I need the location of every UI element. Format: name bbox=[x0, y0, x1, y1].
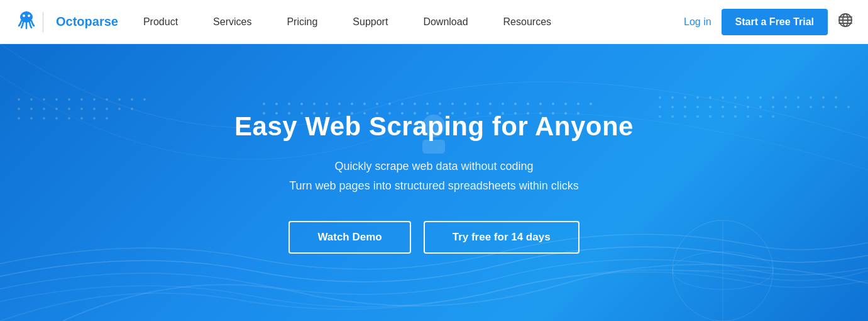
svg-point-88 bbox=[810, 106, 812, 108]
svg-point-120 bbox=[106, 108, 108, 110]
nav-link-product[interactable]: Product bbox=[126, 0, 195, 44]
svg-point-115 bbox=[43, 108, 45, 110]
svg-point-25 bbox=[476, 103, 479, 105]
nav-link-resources[interactable]: Resources bbox=[486, 0, 569, 44]
login-button[interactable]: Log in bbox=[684, 16, 711, 28]
svg-point-107 bbox=[80, 98, 83, 101]
svg-point-31 bbox=[552, 103, 554, 105]
svg-point-23 bbox=[451, 103, 454, 105]
svg-point-63 bbox=[684, 96, 686, 99]
svg-point-119 bbox=[93, 108, 96, 110]
svg-point-86 bbox=[784, 106, 787, 108]
svg-point-105 bbox=[55, 98, 58, 101]
svg-point-78 bbox=[684, 106, 686, 108]
nav-item-product[interactable]: Product bbox=[126, 0, 195, 44]
brand-divider bbox=[43, 12, 43, 32]
svg-point-118 bbox=[80, 108, 83, 110]
nav-item-resources[interactable]: Resources bbox=[486, 0, 569, 44]
svg-point-9 bbox=[275, 103, 278, 105]
svg-point-82 bbox=[734, 106, 737, 108]
svg-point-108 bbox=[93, 98, 96, 101]
svg-point-22 bbox=[439, 103, 441, 105]
svg-point-96 bbox=[709, 115, 711, 118]
svg-point-26 bbox=[489, 103, 492, 105]
svg-point-66 bbox=[722, 96, 724, 99]
svg-point-27 bbox=[502, 103, 504, 105]
svg-point-123 bbox=[18, 117, 20, 120]
nav-link-services[interactable]: Services bbox=[195, 0, 269, 44]
svg-point-102 bbox=[18, 98, 20, 101]
svg-point-21 bbox=[426, 103, 429, 105]
hero-title: Easy Web Scraping for Anyone bbox=[234, 111, 634, 142]
svg-point-98 bbox=[734, 115, 737, 118]
hero-subtitle-line2: Turn web pages into structured spreadshe… bbox=[289, 179, 579, 192]
svg-point-117 bbox=[68, 108, 70, 110]
globe-icon bbox=[838, 13, 853, 31]
svg-point-106 bbox=[68, 98, 70, 101]
svg-point-68 bbox=[747, 96, 749, 99]
svg-point-15 bbox=[351, 103, 353, 105]
language-button[interactable] bbox=[838, 13, 853, 31]
svg-point-91 bbox=[847, 106, 850, 108]
svg-point-13 bbox=[326, 103, 328, 105]
svg-point-111 bbox=[131, 98, 133, 101]
svg-point-73 bbox=[810, 96, 812, 99]
svg-point-90 bbox=[835, 106, 837, 108]
nav-item-download[interactable]: Download bbox=[405, 0, 485, 44]
nav-item-services[interactable]: Services bbox=[195, 0, 269, 44]
svg-point-116 bbox=[55, 108, 58, 110]
navbar: Octoparse Product Services Pricing Suppo… bbox=[0, 0, 868, 44]
svg-point-67 bbox=[734, 96, 737, 99]
svg-point-109 bbox=[106, 98, 108, 101]
svg-point-99 bbox=[747, 115, 749, 118]
svg-point-74 bbox=[822, 96, 825, 99]
brand-name: Octoparse bbox=[56, 14, 118, 29]
watch-demo-button[interactable]: Watch Demo bbox=[288, 221, 410, 254]
svg-point-18 bbox=[388, 103, 391, 105]
svg-point-34 bbox=[590, 103, 592, 105]
svg-point-20 bbox=[414, 103, 416, 105]
svg-point-84 bbox=[759, 106, 762, 108]
svg-point-95 bbox=[696, 115, 699, 118]
svg-point-12 bbox=[313, 103, 316, 105]
svg-point-87 bbox=[797, 106, 799, 108]
svg-point-101 bbox=[772, 115, 774, 118]
svg-point-69 bbox=[759, 96, 762, 99]
svg-point-103 bbox=[30, 98, 33, 101]
try-free-button[interactable]: Try free for 14 days bbox=[424, 221, 580, 254]
svg-point-113 bbox=[18, 108, 20, 110]
svg-point-72 bbox=[797, 96, 799, 99]
free-trial-button[interactable]: Start a Free Trial bbox=[722, 9, 828, 35]
nav-link-support[interactable]: Support bbox=[335, 0, 405, 44]
svg-point-62 bbox=[671, 96, 674, 99]
svg-point-125 bbox=[43, 117, 45, 120]
svg-point-92 bbox=[659, 115, 661, 118]
svg-point-11 bbox=[300, 103, 303, 105]
nav-link-pricing[interactable]: Pricing bbox=[269, 0, 335, 44]
svg-point-32 bbox=[564, 103, 567, 105]
nav-item-pricing[interactable]: Pricing bbox=[269, 0, 335, 44]
svg-point-71 bbox=[784, 96, 787, 99]
svg-point-128 bbox=[80, 117, 83, 120]
svg-point-100 bbox=[759, 115, 762, 118]
svg-point-81 bbox=[722, 106, 724, 108]
svg-point-64 bbox=[696, 96, 699, 99]
navbar-actions: Log in Start a Free Trial bbox=[684, 9, 853, 35]
svg-point-61 bbox=[659, 96, 661, 99]
svg-point-130 bbox=[106, 117, 108, 120]
nav-item-support[interactable]: Support bbox=[335, 0, 405, 44]
brand-logo[interactable]: Octoparse bbox=[15, 8, 118, 36]
svg-point-80 bbox=[709, 106, 711, 108]
svg-point-114 bbox=[30, 108, 33, 110]
main-nav: Product Services Pricing Support Downloa… bbox=[126, 0, 684, 44]
svg-point-126 bbox=[55, 117, 58, 120]
svg-point-122 bbox=[131, 108, 133, 110]
svg-point-104 bbox=[43, 98, 45, 101]
nav-link-download[interactable]: Download bbox=[405, 0, 485, 44]
svg-point-85 bbox=[772, 106, 774, 108]
hero-subtitle-line1: Quickly scrape web data without coding bbox=[334, 160, 533, 172]
svg-point-94 bbox=[684, 115, 686, 118]
svg-point-70 bbox=[772, 96, 774, 99]
hero-subtitle: Quickly scrape web data without coding T… bbox=[234, 157, 634, 195]
svg-point-19 bbox=[401, 103, 404, 105]
